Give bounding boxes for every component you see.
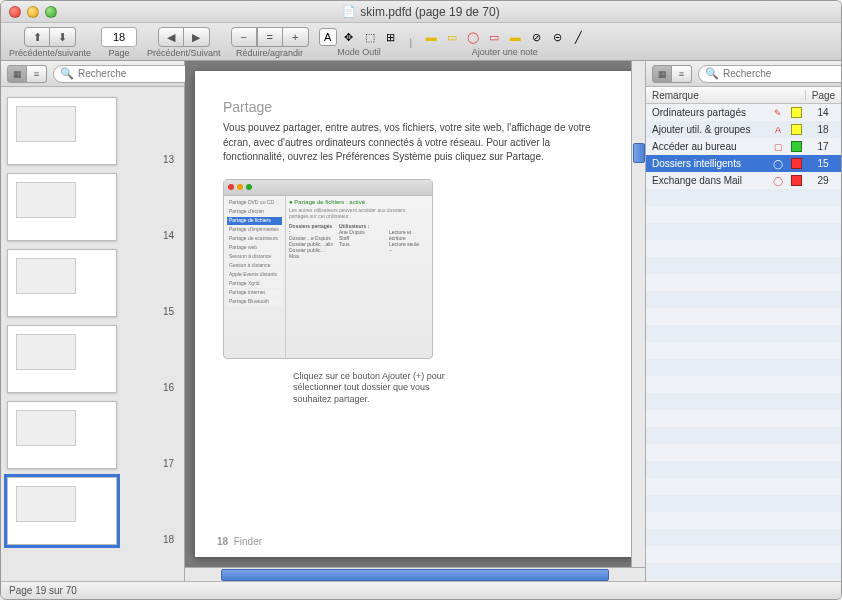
thumbnail-view-icon[interactable]: ▦ xyxy=(7,65,27,83)
search-icon: 🔍 xyxy=(705,67,719,80)
page-field[interactable] xyxy=(101,27,137,47)
search-icon: 🔍 xyxy=(60,67,74,80)
tool-mode-group: A ✥ ⬚ ⊞ Mode Outil xyxy=(319,28,400,57)
forward-button[interactable]: ▶ xyxy=(184,27,210,47)
note-page: 29 xyxy=(805,175,841,186)
note-remark: Dossiers intelligents xyxy=(646,158,769,169)
statusbar: Page 19 sur 70 xyxy=(1,581,841,599)
outline-view-icon[interactable]: ≡ xyxy=(27,65,47,83)
col-remark[interactable]: Remarque xyxy=(646,90,769,101)
note-remark: Exchange dans Mail xyxy=(646,175,769,186)
zoom-in-button[interactable]: + xyxy=(283,27,309,47)
thumbnails[interactable]: 131415161718 xyxy=(1,87,184,581)
note-page: 15 xyxy=(805,158,841,169)
box-note-icon[interactable]: ▭ xyxy=(485,28,503,46)
thumbnail-page-label: 13 xyxy=(163,154,178,165)
text-note-icon[interactable]: ▬ xyxy=(422,28,440,46)
status-text: Page 19 sur 70 xyxy=(9,585,77,596)
thumbnail[interactable]: 15 xyxy=(1,245,184,321)
notes-grouped-icon[interactable]: ▦ xyxy=(652,65,672,83)
thumbnail-page-label: 14 xyxy=(163,230,178,241)
page: Partage Vous pouvez partager, entre autr… xyxy=(195,71,635,557)
prev-next-group: ⬆ ⬇ Précédente/suivante xyxy=(9,27,91,58)
note-color-swatch xyxy=(787,124,805,135)
col-page[interactable]: Page xyxy=(805,90,841,101)
titlebar: 📄 skim.pdfd (page 19 de 70) xyxy=(1,1,841,23)
note-item[interactable]: Exchange dans Mail◯29 xyxy=(646,172,841,189)
note-color-swatch xyxy=(787,107,805,118)
toolbar: ⬆ ⬇ Précédente/suivante Page ◀ ▶ Précéde… xyxy=(1,23,841,61)
window: 📄 skim.pdfd (page 19 de 70) ⬆ ⬇ Précéden… xyxy=(0,0,842,600)
page-view[interactable]: Partage Vous pouvez partager, entre autr… xyxy=(185,61,645,567)
note-type-icon: ◯ xyxy=(769,159,787,169)
thumbnail-page-label: 15 xyxy=(163,306,178,317)
zoom-actual-button[interactable]: = xyxy=(257,27,283,47)
note-type-icon: A xyxy=(769,125,787,135)
vertical-scrollbar[interactable] xyxy=(631,61,645,567)
page-callout: Cliquez sur ce bouton Ajouter (+) pour s… xyxy=(293,371,453,406)
tool-mode-label: Mode Outil xyxy=(337,47,381,57)
window-title: 📄 skim.pdfd (page 19 de 70) xyxy=(1,5,841,19)
horizontal-scrollbar[interactable] xyxy=(185,567,645,581)
right-search-input[interactable] xyxy=(723,68,841,79)
note-page: 18 xyxy=(805,124,841,135)
prev-page-button[interactable]: ⬆ xyxy=(24,27,50,47)
notes-header: Remarque Page xyxy=(646,87,841,104)
note-type-icon: ✎ xyxy=(769,108,787,118)
zoom-group: − = + Réduire/agrandir xyxy=(231,27,309,58)
select-tool-icon[interactable]: ⬚ xyxy=(361,28,379,46)
back-forward-group: ◀ ▶ Précédent/Suivant xyxy=(147,27,221,58)
anchored-note-icon[interactable]: ▭ xyxy=(443,28,461,46)
sidebar-right: ▦ ≡ 🔍 Remarque Page Ordinateurs partagés… xyxy=(645,61,841,581)
move-tool-icon[interactable]: ✥ xyxy=(340,28,358,46)
highlight-note-icon[interactable]: ▬ xyxy=(506,28,524,46)
text-tool-icon[interactable]: A xyxy=(319,28,337,46)
note-color-swatch xyxy=(787,141,805,152)
add-note-group: ▬ ▭ ◯ ▭ ▬ ⊘ ⊝ ╱ Ajouter une note xyxy=(422,28,587,57)
thumbnail[interactable]: 14 xyxy=(1,169,184,245)
zoom-label: Réduire/agrandir xyxy=(236,48,303,58)
note-type-icon: ◯ xyxy=(769,176,787,186)
note-color-swatch xyxy=(787,175,805,186)
add-note-label: Ajouter une note xyxy=(472,47,538,57)
note-type-icon: ▢ xyxy=(769,142,787,152)
thumbnail[interactable]: 18 xyxy=(1,473,184,549)
document-icon: 📄 xyxy=(342,5,356,18)
right-view-segmented[interactable]: ▦ ≡ xyxy=(652,65,692,83)
notes-list-icon[interactable]: ≡ xyxy=(672,65,692,83)
note-item[interactable]: Ajouter util. & groupesA18 xyxy=(646,121,841,138)
strikeout-note-icon[interactable]: ⊝ xyxy=(548,28,566,46)
thumbnail[interactable]: 13 xyxy=(1,93,184,169)
thumbnail[interactable]: 16 xyxy=(1,321,184,397)
main: Partage Vous pouvez partager, entre autr… xyxy=(185,61,645,581)
thumbnail-page-label: 17 xyxy=(163,458,178,469)
page-group: Page xyxy=(101,27,137,58)
thumbnail[interactable]: 17 xyxy=(1,397,184,473)
note-item[interactable]: Dossiers intelligents◯15 xyxy=(646,155,841,172)
right-search[interactable]: 🔍 xyxy=(698,65,841,83)
thumbnail-page-label: 16 xyxy=(163,382,178,393)
content: ▦ ≡ 🔍 131415161718 Partage Vous pouvez p… xyxy=(1,61,841,581)
back-button[interactable]: ◀ xyxy=(158,27,184,47)
prev-next-label: Précédente/suivante xyxy=(9,48,91,58)
page-heading: Partage xyxy=(223,99,607,115)
note-remark: Accéder au bureau xyxy=(646,141,769,152)
next-page-button[interactable]: ⬇ xyxy=(50,27,76,47)
note-remark: Ajouter util. & groupes xyxy=(646,124,769,135)
page-label: Page xyxy=(109,48,130,58)
note-color-swatch xyxy=(787,158,805,169)
notes-list[interactable]: Ordinateurs partagés✎14Ajouter util. & g… xyxy=(646,104,841,581)
snapshot-tool-icon[interactable]: ⊞ xyxy=(382,28,400,46)
page-footer: 18 Finder xyxy=(217,536,262,547)
line-note-icon[interactable]: ╱ xyxy=(569,28,587,46)
note-page: 14 xyxy=(805,107,841,118)
underline-note-icon[interactable]: ⊘ xyxy=(527,28,545,46)
circle-note-icon[interactable]: ◯ xyxy=(464,28,482,46)
embedded-screenshot: Partage DVD ou CD Partage d'écran Partag… xyxy=(223,179,433,359)
note-item[interactable]: Ordinateurs partagés✎14 xyxy=(646,104,841,121)
note-item[interactable]: Accéder au bureau▢17 xyxy=(646,138,841,155)
left-view-segmented[interactable]: ▦ ≡ xyxy=(7,65,47,83)
back-forward-label: Précédent/Suivant xyxy=(147,48,221,58)
sidebar-left: ▦ ≡ 🔍 131415161718 xyxy=(1,61,185,581)
zoom-out-button[interactable]: − xyxy=(231,27,257,47)
